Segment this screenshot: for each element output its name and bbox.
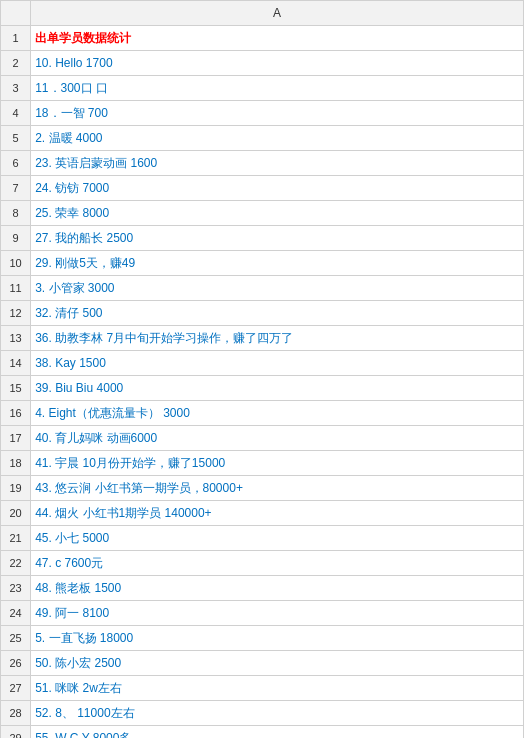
cell-value: 11．300口 口 <box>31 76 524 101</box>
row-number: 3 <box>1 76 31 101</box>
row-number: 4 <box>1 101 31 126</box>
row-number: 25 <box>1 626 31 651</box>
table-row: 2852. 8、 11000左右 <box>1 701 524 726</box>
row-number: 11 <box>1 276 31 301</box>
cell-value: 10. Hello 1700 <box>31 51 524 76</box>
row-number: 15 <box>1 376 31 401</box>
cell-value: 38. Kay 1500 <box>31 351 524 376</box>
row-number: 6 <box>1 151 31 176</box>
table-row: 724. 钫钫 7000 <box>1 176 524 201</box>
row-number: 5 <box>1 126 31 151</box>
row-number: 22 <box>1 551 31 576</box>
row-number: 8 <box>1 201 31 226</box>
table-row: 1438. Kay 1500 <box>1 351 524 376</box>
cell-value: 39. Biu Biu 4000 <box>31 376 524 401</box>
cell-value: 25. 荣幸 8000 <box>31 201 524 226</box>
cell-value: 27. 我的船长 2500 <box>31 226 524 251</box>
table-row: 2044. 烟火 小红书1期学员 140000+ <box>1 501 524 526</box>
table-row: 1029. 刚做5天，赚49 <box>1 251 524 276</box>
table-row: 1943. 悠云涧 小红书第一期学员，80000+ <box>1 476 524 501</box>
cell-value: 出单学员数据统计 <box>31 26 524 51</box>
table-row: 52. 温暖 4000 <box>1 126 524 151</box>
cell-value: 18．一智 700 <box>31 101 524 126</box>
table-row: 825. 荣幸 8000 <box>1 201 524 226</box>
row-number: 21 <box>1 526 31 551</box>
table-row: 418．一智 700 <box>1 101 524 126</box>
row-number: 16 <box>1 401 31 426</box>
table-row: 1740. 育儿妈咪 动画6000 <box>1 426 524 451</box>
table-row: 1336. 助教李林 7月中旬开始学习操作，赚了四万了 <box>1 326 524 351</box>
row-number: 23 <box>1 576 31 601</box>
table-row: 1232. 清仔 500 <box>1 301 524 326</box>
cell-value: 2. 温暖 4000 <box>31 126 524 151</box>
cell-value: 55. W C Y 8000多 <box>31 726 524 739</box>
cell-value: 52. 8、 11000左右 <box>31 701 524 726</box>
table-row: 927. 我的船长 2500 <box>1 226 524 251</box>
row-number: 9 <box>1 226 31 251</box>
cell-value: 48. 熊老板 1500 <box>31 576 524 601</box>
row-number: 7 <box>1 176 31 201</box>
cell-value: 24. 钫钫 7000 <box>31 176 524 201</box>
table-row: 113. 小管家 3000 <box>1 276 524 301</box>
table-row: 255. 一直飞扬 18000 <box>1 626 524 651</box>
cell-value: 3. 小管家 3000 <box>31 276 524 301</box>
cell-value: 50. 陈小宏 2500 <box>31 651 524 676</box>
cell-value: 36. 助教李林 7月中旬开始学习操作，赚了四万了 <box>31 326 524 351</box>
col-a-header: A <box>31 1 524 26</box>
table-row: 1539. Biu Biu 4000 <box>1 376 524 401</box>
spreadsheet: A 1出单学员数据统计210. Hello 1700311．300口 口418．… <box>0 0 524 738</box>
cell-value: 29. 刚做5天，赚49 <box>31 251 524 276</box>
table-row: 2751. 咪咪 2w左右 <box>1 676 524 701</box>
row-number: 24 <box>1 601 31 626</box>
table-row: 2449. 阿一 8100 <box>1 601 524 626</box>
table-row: 164. Eight（优惠流量卡） 3000 <box>1 401 524 426</box>
table-row: 2247. c 7600元 <box>1 551 524 576</box>
cell-value: 4. Eight（优惠流量卡） 3000 <box>31 401 524 426</box>
row-number: 19 <box>1 476 31 501</box>
table-row: 1841. 宇晨 10月份开始学，赚了15000 <box>1 451 524 476</box>
table-row: 2348. 熊老板 1500 <box>1 576 524 601</box>
cell-value: 23. 英语启蒙动画 1600 <box>31 151 524 176</box>
row-number: 27 <box>1 676 31 701</box>
row-number: 17 <box>1 426 31 451</box>
table-row: 210. Hello 1700 <box>1 51 524 76</box>
cell-value: 40. 育儿妈咪 动画6000 <box>31 426 524 451</box>
table-row: 311．300口 口 <box>1 76 524 101</box>
table-row: 2145. 小七 5000 <box>1 526 524 551</box>
cell-value: 32. 清仔 500 <box>31 301 524 326</box>
cell-value: 51. 咪咪 2w左右 <box>31 676 524 701</box>
cell-value: 44. 烟火 小红书1期学员 140000+ <box>31 501 524 526</box>
table-row: 2650. 陈小宏 2500 <box>1 651 524 676</box>
cell-value: 49. 阿一 8100 <box>31 601 524 626</box>
cell-value: 43. 悠云涧 小红书第一期学员，80000+ <box>31 476 524 501</box>
table-row: 1出单学员数据统计 <box>1 26 524 51</box>
row-number: 26 <box>1 651 31 676</box>
row-number: 29 <box>1 726 31 739</box>
row-number: 1 <box>1 26 31 51</box>
row-number: 12 <box>1 301 31 326</box>
table-row: 2955. W C Y 8000多 <box>1 726 524 739</box>
row-number: 28 <box>1 701 31 726</box>
cell-value: 5. 一直飞扬 18000 <box>31 626 524 651</box>
cell-value: 45. 小七 5000 <box>31 526 524 551</box>
row-number: 2 <box>1 51 31 76</box>
corner-header <box>1 1 31 26</box>
cell-value: 47. c 7600元 <box>31 551 524 576</box>
row-number: 13 <box>1 326 31 351</box>
table-row: 623. 英语启蒙动画 1600 <box>1 151 524 176</box>
row-number: 10 <box>1 251 31 276</box>
cell-value: 41. 宇晨 10月份开始学，赚了15000 <box>31 451 524 476</box>
row-number: 18 <box>1 451 31 476</box>
row-number: 20 <box>1 501 31 526</box>
row-number: 14 <box>1 351 31 376</box>
